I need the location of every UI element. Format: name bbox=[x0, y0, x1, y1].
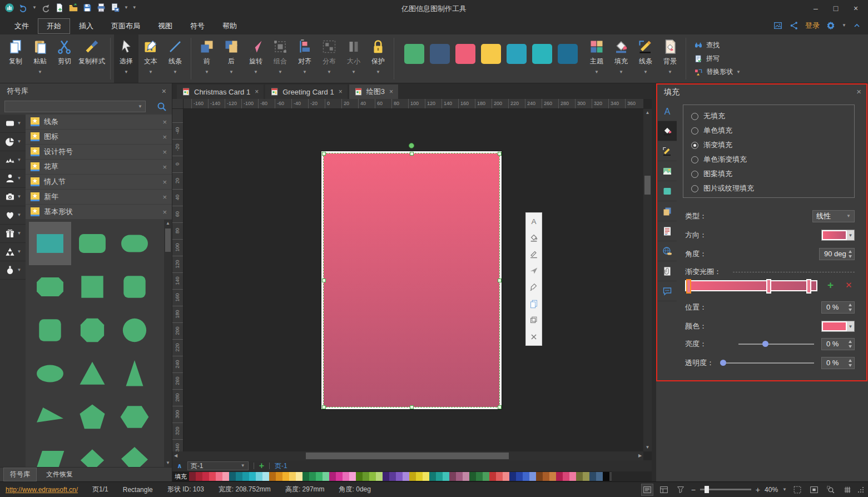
more-commands-icon[interactable]: ▼ bbox=[132, 6, 137, 10]
scroll-up-icon[interactable]: ▲ bbox=[643, 109, 652, 117]
chevron-up-icon[interactable] bbox=[852, 21, 861, 30]
close-icon[interactable]: × bbox=[255, 88, 259, 96]
library-group-camera-icon[interactable]: ▼ bbox=[0, 188, 26, 206]
menu-tab-4[interactable]: 页面布局 bbox=[102, 18, 149, 34]
fill-option-5[interactable]: 图案填充 bbox=[691, 167, 854, 181]
stop-color-select[interactable]: ▼ bbox=[821, 321, 855, 332]
palette-color-53[interactable] bbox=[536, 472, 543, 481]
palette-color-13[interactable] bbox=[269, 472, 276, 481]
library-scrollbar[interactable]: ▲ ▼ bbox=[164, 220, 172, 467]
palette-color-51[interactable] bbox=[523, 472, 529, 481]
palette-color-22[interactable] bbox=[329, 472, 336, 481]
add-stop-button[interactable]: + bbox=[827, 279, 834, 291]
format-tab-fp-text-icon[interactable]: A bbox=[658, 101, 677, 121]
float-tool-close-icon[interactable] bbox=[527, 330, 540, 344]
page-select[interactable]: 页-1▼ bbox=[187, 461, 249, 470]
scrollbar-thumb[interactable] bbox=[306, 453, 509, 459]
library-group-gift-icon[interactable]: ▼ bbox=[0, 225, 26, 243]
shape-item-rounded-square[interactable] bbox=[113, 265, 156, 309]
theme-swatch-5[interactable] bbox=[507, 44, 527, 64]
palette-color-2[interactable] bbox=[196, 472, 202, 481]
ribbon-button-粘贴[interactable]: 粘贴▼ bbox=[28, 34, 52, 83]
spin-down-icon[interactable] bbox=[849, 364, 852, 367]
chevron-down-icon[interactable]: ▼ bbox=[842, 23, 846, 28]
angle-spinner[interactable]: 90 deg bbox=[819, 248, 855, 260]
palette-color-17[interactable] bbox=[296, 472, 302, 481]
ribbon-button-后[interactable]: 后▼ bbox=[219, 34, 244, 83]
ribbon-button-复制[interactable]: 复制 bbox=[3, 34, 28, 83]
maximize-button[interactable]: □ bbox=[826, 0, 846, 18]
export-doc-icon[interactable] bbox=[110, 3, 120, 13]
palette-color-8[interactable] bbox=[236, 472, 242, 481]
slider-thumb[interactable] bbox=[720, 360, 726, 366]
float-tool-fill-bucket-icon[interactable] bbox=[527, 231, 540, 245]
scroll-right-icon[interactable]: ▶ bbox=[637, 451, 643, 460]
shape-item-ellipse[interactable] bbox=[29, 352, 71, 395]
close-icon[interactable]: × bbox=[162, 83, 166, 99]
spin-down-icon[interactable] bbox=[849, 309, 852, 311]
login-button[interactable]: 登录 bbox=[805, 21, 820, 31]
ribbon-button-文本[interactable]: A文本▼ bbox=[138, 34, 163, 83]
drawing-page[interactable] bbox=[321, 151, 502, 409]
close-icon[interactable]: × bbox=[162, 118, 167, 126]
palette-color-42[interactable] bbox=[463, 472, 469, 481]
fill-option-3[interactable]: 渐变填充 bbox=[691, 138, 854, 152]
scrollbar-thumb[interactable] bbox=[165, 228, 171, 252]
document-tab-2[interactable]: Greeting Card 1× bbox=[265, 85, 348, 99]
palette-color-4[interactable] bbox=[209, 472, 216, 481]
ribbon-button-线条[interactable]: 线条▼ bbox=[163, 34, 187, 83]
selection-handle[interactable] bbox=[322, 405, 326, 409]
collapse-pagebar-icon[interactable]: ∧ bbox=[177, 462, 182, 470]
menu-tab-7[interactable]: 帮助 bbox=[214, 18, 246, 34]
undo-icon[interactable] bbox=[18, 3, 28, 13]
panel-tab-2[interactable]: 文件恢复 bbox=[40, 468, 79, 481]
shape-item-parallelogram[interactable] bbox=[29, 439, 71, 467]
ribbon-button-对齐[interactable]: 对齐▼ bbox=[292, 34, 317, 83]
shape-item-hexagon[interactable] bbox=[113, 395, 156, 439]
shape-item-rounded-rect[interactable] bbox=[71, 222, 113, 265]
palette-color-49[interactable] bbox=[509, 472, 516, 481]
palette-color-14[interactable] bbox=[276, 472, 282, 481]
shape-item-octagon[interactable] bbox=[71, 309, 113, 352]
open-folder-icon[interactable] bbox=[68, 3, 78, 13]
palette-color-55[interactable] bbox=[549, 472, 556, 481]
float-tool-duplicate-icon[interactable] bbox=[527, 314, 540, 327]
canvas-horizontal-scrollbar[interactable]: ◀ ▶ bbox=[172, 451, 643, 460]
chevron-down-icon[interactable]: ▼ bbox=[124, 6, 128, 10]
print-icon[interactable] bbox=[96, 3, 106, 13]
palette-color-50[interactable] bbox=[516, 472, 523, 481]
palette-color-58[interactable] bbox=[569, 472, 576, 481]
shape-item-triangle[interactable] bbox=[71, 352, 113, 395]
palette-color-10[interactable] bbox=[249, 472, 256, 481]
zoom-out-button[interactable]: − bbox=[691, 486, 696, 494]
fit-page-button[interactable] bbox=[808, 484, 820, 496]
shape-item-snip-rect[interactable] bbox=[29, 265, 71, 309]
shape-item-rounded-square[interactable] bbox=[29, 309, 71, 352]
ribbon-button-旋转[interactable]: 旋转▼ bbox=[244, 34, 268, 83]
menu-tab-1[interactable]: 文件 bbox=[6, 18, 38, 34]
menu-tab-5[interactable]: 视图 bbox=[149, 18, 181, 34]
library-group-triangles-icon[interactable]: ▼ bbox=[0, 243, 26, 261]
palette-color-59[interactable] bbox=[576, 472, 583, 481]
palette-color-32[interactable] bbox=[396, 472, 403, 481]
format-tab-fp-globe-icon[interactable] bbox=[658, 241, 677, 261]
selection-handle[interactable] bbox=[410, 405, 414, 409]
palette-color-64[interactable] bbox=[609, 472, 612, 481]
palette-color-29[interactable] bbox=[376, 472, 383, 481]
library-group-pie-chart-icon[interactable]: ▼ bbox=[0, 133, 26, 151]
menu-tab-2[interactable]: 开始 bbox=[38, 18, 70, 34]
ribbon-button-背景[interactable]: 背景▼ bbox=[658, 34, 682, 83]
close-icon[interactable]: × bbox=[339, 88, 343, 96]
stop-position-spinner[interactable]: 0 % bbox=[821, 301, 855, 314]
shape-item-scalene-triangle[interactable] bbox=[29, 395, 71, 439]
shape-item-pentagon[interactable] bbox=[71, 395, 113, 439]
palette-color-6[interactable] bbox=[222, 472, 229, 481]
palette-color-39[interactable] bbox=[443, 472, 449, 481]
close-icon[interactable]: × bbox=[162, 178, 167, 186]
share-icon[interactable] bbox=[789, 21, 799, 31]
palette-color-19[interactable] bbox=[309, 472, 316, 481]
grid-button[interactable] bbox=[841, 484, 854, 496]
selection-handle[interactable] bbox=[498, 405, 502, 409]
palette-color-54[interactable] bbox=[543, 472, 549, 481]
chevron-down-icon[interactable]: ▼ bbox=[782, 488, 787, 492]
